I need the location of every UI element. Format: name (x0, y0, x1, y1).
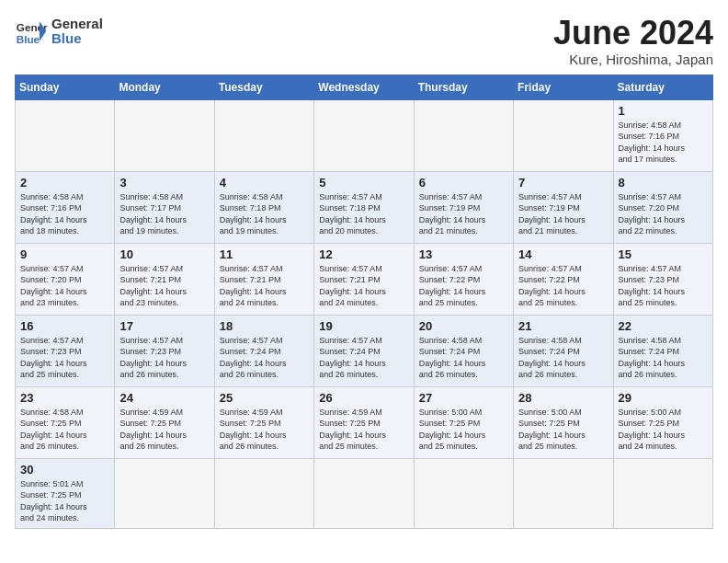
week-row-6: 30Sunrise: 5:01 AM Sunset: 7:25 PM Dayli… (16, 458, 713, 528)
day-number: 19 (319, 319, 408, 333)
day-info: Sunrise: 4:57 AM Sunset: 7:23 PM Dayligh… (619, 263, 708, 309)
day-cell: 19Sunrise: 4:57 AM Sunset: 7:24 PM Dayli… (314, 315, 414, 386)
svg-text:Blue: Blue (17, 33, 40, 45)
day-number: 29 (619, 391, 708, 405)
header-row: SundayMondayTuesdayWednesdayThursdayFrid… (16, 75, 713, 99)
day-cell: 4Sunrise: 4:58 AM Sunset: 7:18 PM Daylig… (214, 171, 313, 243)
day-info: Sunrise: 4:57 AM Sunset: 7:20 PM Dayligh… (619, 191, 708, 237)
day-cell: 28Sunrise: 5:00 AM Sunset: 7:25 PM Dayli… (514, 386, 613, 458)
day-cell: 18Sunrise: 4:57 AM Sunset: 7:24 PM Dayli… (214, 315, 313, 386)
day-number: 10 (119, 247, 209, 261)
day-info: Sunrise: 5:01 AM Sunset: 7:25 PM Dayligh… (20, 478, 109, 524)
day-cell: 11Sunrise: 4:57 AM Sunset: 7:21 PM Dayli… (214, 243, 313, 315)
day-info: Sunrise: 4:58 AM Sunset: 7:24 PM Dayligh… (419, 335, 508, 381)
title-block: June 2024 Kure, Hiroshima, Japan (553, 15, 713, 67)
day-info: Sunrise: 4:58 AM Sunset: 7:24 PM Dayligh… (619, 335, 708, 381)
week-row-4: 16Sunrise: 4:57 AM Sunset: 7:23 PM Dayli… (16, 315, 713, 386)
day-info: Sunrise: 4:59 AM Sunset: 7:25 PM Dayligh… (220, 407, 309, 453)
week-row-5: 23Sunrise: 4:58 AM Sunset: 7:25 PM Dayli… (16, 386, 713, 458)
day-cell: 30Sunrise: 5:01 AM Sunset: 7:25 PM Dayli… (16, 458, 115, 528)
day-info: Sunrise: 4:58 AM Sunset: 7:18 PM Dayligh… (220, 191, 309, 237)
day-number: 4 (220, 176, 309, 190)
day-cell: 26Sunrise: 4:59 AM Sunset: 7:25 PM Dayli… (314, 386, 414, 458)
day-info: Sunrise: 4:59 AM Sunset: 7:25 PM Dayligh… (119, 407, 209, 453)
day-number: 24 (119, 391, 209, 405)
day-cell: 24Sunrise: 4:59 AM Sunset: 7:25 PM Dayli… (115, 386, 214, 458)
day-info: Sunrise: 4:58 AM Sunset: 7:16 PM Dayligh… (20, 191, 109, 237)
day-info: Sunrise: 4:57 AM Sunset: 7:18 PM Dayligh… (319, 191, 408, 237)
day-cell: 6Sunrise: 4:57 AM Sunset: 7:19 PM Daylig… (414, 171, 513, 243)
day-cell: 17Sunrise: 4:57 AM Sunset: 7:23 PM Dayli… (115, 315, 214, 386)
day-cell: 9Sunrise: 4:57 AM Sunset: 7:20 PM Daylig… (16, 243, 115, 315)
day-number: 2 (20, 176, 109, 190)
day-info: Sunrise: 4:57 AM Sunset: 7:21 PM Dayligh… (119, 263, 209, 309)
day-number: 1 (619, 104, 708, 118)
day-info: Sunrise: 4:57 AM Sunset: 7:24 PM Dayligh… (220, 335, 309, 381)
day-info: Sunrise: 4:57 AM Sunset: 7:24 PM Dayligh… (319, 335, 408, 381)
day-info: Sunrise: 4:58 AM Sunset: 7:16 PM Dayligh… (619, 120, 708, 166)
day-number: 14 (518, 247, 608, 261)
day-info: Sunrise: 4:57 AM Sunset: 7:21 PM Dayligh… (220, 263, 309, 309)
day-cell (414, 99, 513, 171)
day-number: 20 (419, 319, 508, 333)
day-number: 3 (119, 176, 209, 190)
header-cell-monday: Monday (115, 75, 214, 99)
week-row-1: 1Sunrise: 4:58 AM Sunset: 7:16 PM Daylig… (16, 99, 713, 171)
day-number: 5 (319, 176, 408, 190)
day-cell: 23Sunrise: 4:58 AM Sunset: 7:25 PM Dayli… (16, 386, 115, 458)
day-number: 26 (319, 391, 408, 405)
day-number: 8 (619, 176, 708, 190)
day-number: 9 (20, 247, 109, 261)
day-number: 23 (20, 391, 109, 405)
day-cell: 3Sunrise: 4:58 AM Sunset: 7:17 PM Daylig… (115, 171, 214, 243)
day-cell: 25Sunrise: 4:59 AM Sunset: 7:25 PM Dayli… (214, 386, 313, 458)
day-cell: 14Sunrise: 4:57 AM Sunset: 7:22 PM Dayli… (514, 243, 613, 315)
header-cell-wednesday: Wednesday (314, 75, 414, 99)
day-cell (613, 458, 712, 528)
day-number: 21 (518, 319, 608, 333)
logo: General Blue General Blue (15, 15, 103, 48)
day-cell: 22Sunrise: 4:58 AM Sunset: 7:24 PM Dayli… (613, 315, 712, 386)
week-row-3: 9Sunrise: 4:57 AM Sunset: 7:20 PM Daylig… (16, 243, 713, 315)
day-info: Sunrise: 4:57 AM Sunset: 7:22 PM Dayligh… (518, 263, 608, 309)
day-cell (115, 458, 214, 528)
day-cell (214, 458, 313, 528)
logo-icon: General Blue (15, 15, 48, 48)
day-info: Sunrise: 4:57 AM Sunset: 7:19 PM Dayligh… (419, 191, 508, 237)
day-cell (214, 99, 313, 171)
day-info: Sunrise: 4:58 AM Sunset: 7:25 PM Dayligh… (20, 407, 109, 453)
day-number: 28 (518, 391, 608, 405)
calendar-subtitle: Kure, Hiroshima, Japan (553, 52, 713, 67)
calendar-header: SundayMondayTuesdayWednesdayThursdayFrid… (16, 75, 713, 99)
day-cell: 12Sunrise: 4:57 AM Sunset: 7:21 PM Dayli… (314, 243, 414, 315)
day-number: 12 (319, 247, 408, 261)
day-cell: 21Sunrise: 4:58 AM Sunset: 7:24 PM Dayli… (514, 315, 613, 386)
day-cell: 5Sunrise: 4:57 AM Sunset: 7:18 PM Daylig… (314, 171, 414, 243)
day-info: Sunrise: 4:58 AM Sunset: 7:17 PM Dayligh… (119, 191, 209, 237)
day-cell: 27Sunrise: 5:00 AM Sunset: 7:25 PM Dayli… (414, 386, 513, 458)
day-info: Sunrise: 4:57 AM Sunset: 7:23 PM Dayligh… (20, 335, 109, 381)
day-info: Sunrise: 4:57 AM Sunset: 7:22 PM Dayligh… (419, 263, 508, 309)
day-cell: 1Sunrise: 4:58 AM Sunset: 7:16 PM Daylig… (613, 99, 712, 171)
day-cell: 15Sunrise: 4:57 AM Sunset: 7:23 PM Dayli… (613, 243, 712, 315)
day-cell: 10Sunrise: 4:57 AM Sunset: 7:21 PM Dayli… (115, 243, 214, 315)
header-cell-saturday: Saturday (613, 75, 712, 99)
day-number: 6 (419, 176, 508, 190)
header-cell-sunday: Sunday (16, 75, 115, 99)
day-cell (314, 458, 414, 528)
day-number: 25 (220, 391, 309, 405)
day-cell: 13Sunrise: 4:57 AM Sunset: 7:22 PM Dayli… (414, 243, 513, 315)
day-info: Sunrise: 4:57 AM Sunset: 7:23 PM Dayligh… (119, 335, 209, 381)
day-cell: 2Sunrise: 4:58 AM Sunset: 7:16 PM Daylig… (16, 171, 115, 243)
header-cell-friday: Friday (514, 75, 613, 99)
day-number: 15 (619, 247, 708, 261)
day-cell (314, 99, 414, 171)
day-info: Sunrise: 4:57 AM Sunset: 7:20 PM Dayligh… (20, 263, 109, 309)
day-cell: 29Sunrise: 5:00 AM Sunset: 7:25 PM Dayli… (613, 386, 712, 458)
day-cell (514, 99, 613, 171)
calendar-title: June 2024 (553, 15, 713, 52)
day-info: Sunrise: 5:00 AM Sunset: 7:25 PM Dayligh… (619, 407, 708, 453)
day-cell: 8Sunrise: 4:57 AM Sunset: 7:20 PM Daylig… (613, 171, 712, 243)
day-number: 22 (619, 319, 708, 333)
day-cell (514, 458, 613, 528)
